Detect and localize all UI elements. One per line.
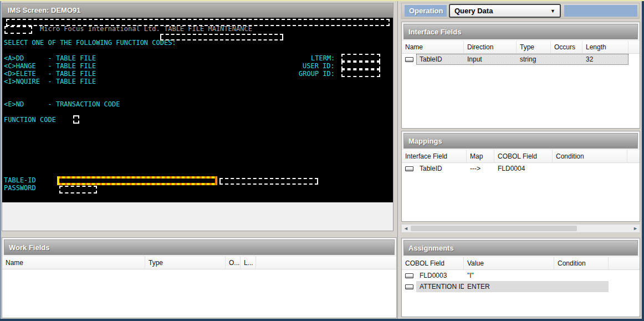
terminal-text: GROUP ID: — [299, 70, 335, 78]
table-body: TableID--->FLD0004 — [402, 163, 640, 221]
terminal-display: Micro Focus International Ltd. TABLE FIL… — [2, 18, 393, 202]
cell: Input — [464, 55, 517, 63]
table-header-row: NameTypeO...L... — [2, 257, 396, 269]
field-icon — [405, 273, 413, 278]
work-fields-header: Work Fields — [4, 240, 395, 255]
column-header[interactable]: Length — [582, 41, 628, 53]
table-row[interactable]: FLD0003"I" — [402, 270, 640, 281]
cell: FLD0003 — [416, 272, 464, 279]
field-table-id-extra[interactable] — [219, 178, 318, 185]
cell: "I" — [464, 272, 554, 279]
window-edge-top — [0, 0, 644, 1]
mappings-title: Mappings — [408, 137, 442, 145]
table-header-row: Interface FieldMapCOBOL FieldCondition — [402, 150, 640, 163]
cell: ATTENTION ID — [416, 283, 464, 291]
table-body — [2, 269, 396, 318]
horizontal-scrollbar[interactable]: ◄ ► — [401, 224, 640, 233]
ims-screen-window: IMS Screen: DEMO91 Micro Focus Internati… — [2, 3, 393, 231]
field-screen-top[interactable] — [6, 19, 390, 26]
column-header[interactable]: O... — [226, 257, 241, 269]
mappings-panel: Mappings Interface FieldMapCOBOL FieldCo… — [401, 131, 640, 222]
assignments-table: COBOL FieldValueConditionFLD0003"I"ATTEN… — [402, 257, 640, 317]
column-header[interactable]: Value — [464, 257, 554, 269]
column-header[interactable]: Map — [467, 150, 494, 162]
table-row[interactable]: TableID--->FLD0004 — [402, 163, 640, 174]
terminal-text: TABLE-ID — [4, 177, 36, 184]
cell: 32 — [582, 55, 628, 63]
column-header[interactable]: Name — [402, 41, 464, 53]
terminal-text: Micro Focus International Ltd. TABLE FIL… — [40, 26, 252, 33]
column-header-filler — [256, 257, 396, 269]
field-group-id[interactable] — [341, 69, 380, 77]
cell: ENTER — [464, 283, 554, 291]
column-header[interactable]: COBOL Field — [494, 150, 553, 162]
row-cells: TableID--->FLD0004 — [416, 163, 627, 174]
row-filler — [609, 281, 640, 292]
field-title-left[interactable] — [4, 26, 32, 34]
mappings-table: Interface FieldMapCOBOL FieldConditionTa… — [402, 150, 640, 221]
operation-spacer — [564, 5, 637, 17]
row-cells: FLD0003"I" — [416, 270, 609, 281]
cell: TableID — [416, 55, 464, 63]
row-cells: ATTENTION IDENTER — [416, 281, 609, 292]
interface-fields-table: NameDirectionTypeOccursLengthTableIDInpu… — [402, 41, 640, 128]
interface-fields-title: Interface Fields — [408, 28, 461, 36]
operation-selected-value: Query Data — [454, 7, 493, 15]
cell: ---> — [467, 165, 494, 172]
column-header-filler — [627, 150, 640, 162]
column-header[interactable]: Interface Field — [402, 150, 467, 162]
field-table-id[interactable] — [57, 176, 217, 185]
scroll-right-icon[interactable]: ► — [631, 225, 640, 232]
interface-fields-panel: Interface Fields NameDirectionTypeOccurs… — [401, 22, 640, 129]
field-function-code[interactable] — [73, 115, 79, 124]
terminal-text: LTERM: — [311, 55, 335, 62]
window-edge-bottom — [0, 319, 644, 321]
window-edge-right — [642, 1, 644, 321]
table-row[interactable]: ATTENTION IDENTER — [402, 281, 640, 292]
column-header[interactable]: COBOL Field — [402, 257, 464, 269]
column-header[interactable]: Direction — [464, 41, 517, 53]
work-fields-panel: Work Fields NameTypeO...L... — [2, 237, 397, 318]
cell: FLD0004 — [494, 165, 553, 172]
column-header[interactable]: Type — [145, 257, 226, 269]
terminal-text: USER ID: — [303, 63, 335, 70]
field-user-id[interactable] — [341, 62, 380, 69]
row-gutter — [402, 281, 416, 292]
table-body: FLD0003"I"ATTENTION IDENTER — [402, 270, 640, 317]
column-header[interactable]: Occurs — [551, 41, 582, 53]
assignments-panel: Assignments COBOL FieldValueConditionFLD… — [401, 238, 640, 317]
table-row[interactable]: TableIDInputstring32 — [402, 54, 640, 65]
column-header[interactable]: Type — [517, 41, 551, 53]
terminal-text: <D>ELETE - TABLE FILE — [4, 70, 96, 78]
scroll-left-icon[interactable]: ◄ — [402, 225, 410, 232]
field-icon — [405, 284, 413, 289]
row-cells: TableIDInputstring32 — [416, 54, 628, 65]
field-icon — [405, 166, 413, 171]
terminal-text: SELECT ONE OF THE FOLLOWING FUNCTION COD… — [4, 39, 176, 47]
terminal-text: <A>DD - TABLE FILE — [4, 55, 96, 62]
operation-select[interactable]: Query Data ▼ — [449, 4, 561, 18]
row-gutter — [402, 270, 416, 281]
terminal-text: <C>HANGE - TABLE FILE — [4, 63, 96, 70]
column-header[interactable]: L... — [241, 257, 256, 269]
column-header[interactable]: Condition — [554, 257, 609, 269]
chevron-down-icon[interactable]: ▼ — [550, 8, 555, 14]
terminal-text: <I>NQUIRE - TABLE FILE — [4, 78, 96, 85]
row-gutter — [402, 54, 416, 65]
interface-fields-header: Interface Fields — [403, 24, 638, 39]
operation-label: Operation — [405, 5, 447, 17]
column-header[interactable]: Name — [2, 257, 145, 269]
field-password[interactable] — [59, 186, 97, 193]
field-lterm[interactable] — [341, 54, 380, 62]
panel-splitter[interactable] — [397, 1, 399, 319]
table-header-row: COBOL FieldValueCondition — [402, 257, 640, 270]
field-title-right[interactable] — [160, 34, 283, 40]
assignments-header: Assignments — [403, 240, 638, 256]
row-gutter — [402, 163, 416, 174]
field-icon — [405, 57, 413, 62]
scrollbar-thumb[interactable] — [411, 226, 577, 231]
row-filler — [609, 270, 640, 281]
column-header[interactable]: Condition — [553, 150, 627, 162]
column-header-filler — [628, 41, 640, 53]
terminal-text: <E>ND - TRANSACTION CODE — [4, 101, 120, 108]
